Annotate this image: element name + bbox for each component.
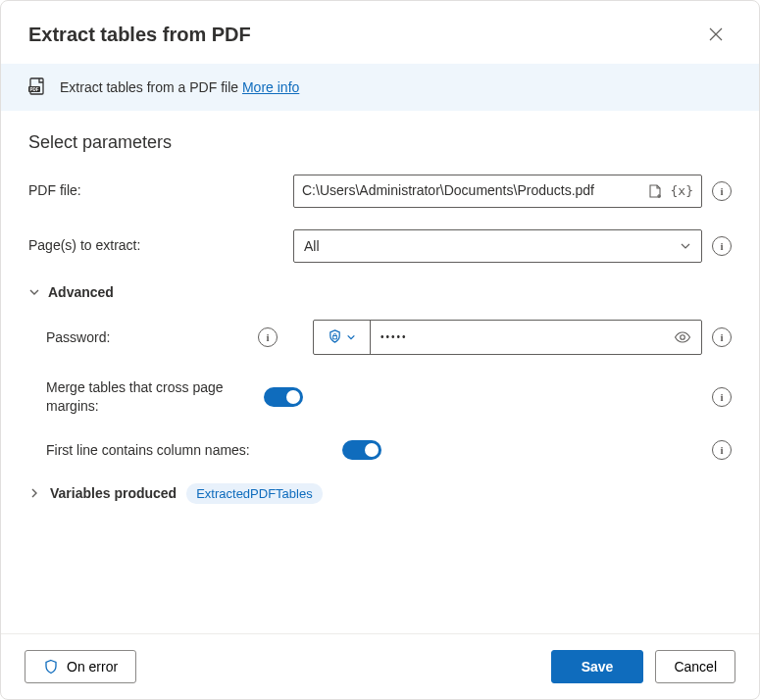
banner-text: Extract tables from a PDF file More info [60,79,299,95]
svg-text:PDF: PDF [30,87,39,92]
banner-description: Extract tables from a PDF file [60,79,242,95]
dialog-footer: On error Save Cancel [1,633,759,699]
variable-chip[interactable]: ExtractedPDFTables [186,483,323,504]
info-icon[interactable]: i [712,327,732,347]
file-picker-icon[interactable] [647,183,663,199]
pages-label: Page(s) to extract: [28,229,283,253]
chevron-down-icon [346,332,356,342]
param-row-password: Password: i ••••• [28,320,732,355]
info-icon[interactable]: i [712,181,732,201]
password-mode-button[interactable] [314,321,371,354]
svg-rect-3 [333,336,337,339]
dialog: Extract tables from PDF PDF Extract tabl… [0,0,760,700]
pdf-file-input[interactable]: C:\Users\Administrator\Documents\Product… [293,175,702,208]
chevron-down-icon [680,240,691,252]
eye-icon[interactable] [674,328,691,346]
advanced-expander[interactable]: Advanced [28,284,732,300]
password-label: Password: [46,329,110,345]
dialog-title: Extract tables from PDF [28,24,251,46]
shield-icon [328,329,342,344]
svg-point-4 [681,334,685,339]
pdf-icon: PDF [28,77,48,97]
info-icon[interactable]: i [712,236,732,256]
on-error-button[interactable]: On error [25,650,136,683]
close-button[interactable] [700,19,732,50]
chevron-down-icon [28,286,40,298]
first-line-toggle[interactable] [342,440,381,460]
save-button[interactable]: Save [551,650,644,683]
save-label: Save [582,659,614,675]
info-icon[interactable]: i [258,327,278,347]
variables-title[interactable]: Variables produced [50,485,177,501]
info-banner: PDF Extract tables from a PDF file More … [1,64,759,111]
password-input[interactable]: ••••• [371,321,701,354]
section-title: Select parameters [28,132,732,153]
first-line-label: First line contains column names: [28,442,303,458]
variables-row: Variables produced ExtractedPDFTables [28,483,732,504]
dialog-content: Select parameters PDF file: C:\Users\Adm… [1,111,759,633]
dialog-header: Extract tables from PDF [1,1,759,64]
info-icon[interactable]: i [712,440,732,460]
password-value: ••••• [380,331,408,342]
cancel-button[interactable]: Cancel [655,650,735,683]
more-info-link[interactable]: More info [242,79,299,95]
param-row-pdf-file: PDF file: C:\Users\Administrator\Documen… [28,175,732,208]
pages-select[interactable]: All [293,229,702,263]
merge-label: Merge tables that cross page margins: [28,378,254,417]
pdf-file-label: PDF file: [28,175,283,198]
merge-toggle[interactable] [264,387,303,407]
param-row-merge: Merge tables that cross page margins: i [28,378,732,417]
info-icon[interactable]: i [712,387,732,407]
pages-value: All [304,238,320,254]
shield-outline-icon [43,659,59,675]
variable-icon[interactable]: {x} [671,183,693,198]
advanced-body: Password: i ••••• [28,320,732,460]
param-row-first-line: First line contains column names: i [28,440,732,460]
advanced-title: Advanced [48,284,114,300]
cancel-label: Cancel [674,659,717,675]
close-icon [709,27,723,41]
chevron-right-icon[interactable] [28,487,40,499]
pdf-file-value: C:\Users\Administrator\Documents\Product… [302,181,647,201]
param-row-pages: Page(s) to extract: All i [28,229,732,263]
on-error-label: On error [67,659,118,675]
